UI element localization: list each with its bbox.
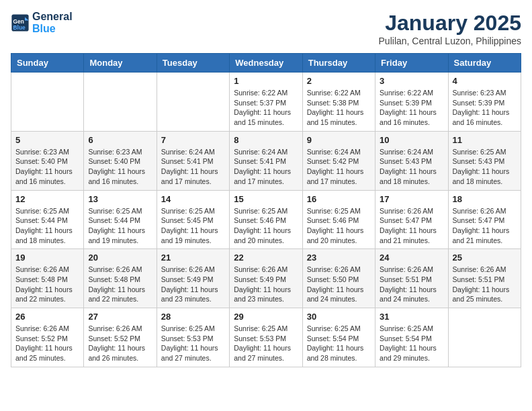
- day-info: Sunrise: 6:25 AMSunset: 5:53 PMDaylight:…: [234, 324, 298, 363]
- day-number: 29: [234, 312, 298, 322]
- day-number: 2: [307, 76, 371, 86]
- day-number: 15: [234, 194, 298, 204]
- calendar-cell: 1Sunrise: 6:22 AMSunset: 5:37 PMDaylight…: [230, 73, 302, 132]
- logo: Gen Blue General Blue: [11, 11, 73, 35]
- day-info: Sunrise: 6:25 AMSunset: 5:43 PMDaylight:…: [453, 147, 517, 187]
- day-number: 10: [380, 135, 443, 145]
- calendar-cell: 28Sunrise: 6:25 AMSunset: 5:53 PMDayligh…: [157, 308, 229, 367]
- calendar-week-row: 26Sunrise: 6:26 AMSunset: 5:52 PMDayligh…: [11, 308, 521, 367]
- day-info: Sunrise: 6:26 AMSunset: 5:52 PMDaylight:…: [88, 324, 152, 363]
- day-number: 21: [161, 253, 225, 263]
- calendar-cell: 19Sunrise: 6:26 AMSunset: 5:48 PMDayligh…: [11, 249, 84, 308]
- day-number: 25: [453, 253, 517, 263]
- day-info: Sunrise: 6:26 AMSunset: 5:47 PMDaylight:…: [453, 206, 517, 246]
- logo-icon: Gen Blue: [11, 13, 30, 32]
- day-number: 5: [15, 135, 79, 145]
- day-number: 9: [307, 135, 371, 145]
- calendar-cell: 24Sunrise: 6:26 AMSunset: 5:51 PMDayligh…: [375, 249, 448, 308]
- weekday-header-monday: Monday: [84, 54, 157, 73]
- weekday-header-tuesday: Tuesday: [157, 54, 229, 73]
- day-info: Sunrise: 6:26 AMSunset: 5:47 PMDaylight:…: [380, 206, 443, 246]
- day-info: Sunrise: 6:25 AMSunset: 5:53 PMDaylight:…: [161, 324, 225, 363]
- day-info: Sunrise: 6:26 AMSunset: 5:50 PMDaylight:…: [307, 265, 371, 304]
- day-info: Sunrise: 6:23 AMSunset: 5:40 PMDaylight:…: [15, 147, 79, 187]
- location-title: Pulilan, Central Luzon, Philippines: [379, 36, 521, 46]
- day-number: 8: [234, 135, 298, 145]
- calendar-cell: [11, 73, 84, 132]
- calendar-cell: 26Sunrise: 6:26 AMSunset: 5:52 PMDayligh…: [11, 308, 84, 367]
- day-number: 14: [161, 194, 225, 204]
- calendar-cell: 16Sunrise: 6:25 AMSunset: 5:46 PMDayligh…: [302, 190, 375, 249]
- day-info: Sunrise: 6:25 AMSunset: 5:45 PMDaylight:…: [161, 206, 225, 246]
- day-info: Sunrise: 6:25 AMSunset: 5:46 PMDaylight:…: [234, 206, 298, 246]
- day-number: 12: [15, 194, 79, 204]
- day-number: 13: [88, 194, 152, 204]
- calendar-cell: 18Sunrise: 6:26 AMSunset: 5:47 PMDayligh…: [448, 190, 521, 249]
- day-info: Sunrise: 6:24 AMSunset: 5:42 PMDaylight:…: [307, 147, 371, 187]
- day-number: 28: [161, 312, 225, 322]
- calendar-cell: 22Sunrise: 6:26 AMSunset: 5:49 PMDayligh…: [230, 249, 302, 308]
- weekday-header-saturday: Saturday: [448, 54, 521, 73]
- calendar-cell: 27Sunrise: 6:26 AMSunset: 5:52 PMDayligh…: [84, 308, 157, 367]
- day-number: 23: [307, 253, 371, 263]
- day-number: 16: [307, 194, 371, 204]
- day-info: Sunrise: 6:24 AMSunset: 5:41 PMDaylight:…: [161, 147, 225, 187]
- day-info: Sunrise: 6:26 AMSunset: 5:51 PMDaylight:…: [380, 265, 443, 304]
- day-info: Sunrise: 6:23 AMSunset: 5:40 PMDaylight:…: [88, 147, 152, 187]
- calendar-cell: 21Sunrise: 6:26 AMSunset: 5:49 PMDayligh…: [157, 249, 229, 308]
- calendar-cell: 15Sunrise: 6:25 AMSunset: 5:46 PMDayligh…: [230, 190, 302, 249]
- calendar-cell: 29Sunrise: 6:25 AMSunset: 5:53 PMDayligh…: [230, 308, 302, 367]
- day-number: 3: [380, 76, 443, 86]
- weekday-header-friday: Friday: [375, 54, 448, 73]
- calendar-cell: 5Sunrise: 6:23 AMSunset: 5:40 PMDaylight…: [11, 131, 84, 190]
- calendar-cell: 8Sunrise: 6:24 AMSunset: 5:41 PMDaylight…: [230, 131, 302, 190]
- day-info: Sunrise: 6:23 AMSunset: 5:39 PMDaylight:…: [453, 88, 517, 128]
- calendar-cell: 30Sunrise: 6:25 AMSunset: 5:54 PMDayligh…: [302, 308, 375, 367]
- day-info: Sunrise: 6:22 AMSunset: 5:38 PMDaylight:…: [307, 88, 371, 128]
- calendar-cell: 9Sunrise: 6:24 AMSunset: 5:42 PMDaylight…: [302, 131, 375, 190]
- day-info: Sunrise: 6:25 AMSunset: 5:46 PMDaylight:…: [307, 206, 371, 246]
- calendar-cell: [84, 73, 157, 132]
- month-title: January 2025: [379, 11, 521, 36]
- day-number: 17: [380, 194, 443, 204]
- calendar-table: SundayMondayTuesdayWednesdayThursdayFrid…: [11, 53, 521, 367]
- calendar-cell: 14Sunrise: 6:25 AMSunset: 5:45 PMDayligh…: [157, 190, 229, 249]
- day-info: Sunrise: 6:26 AMSunset: 5:49 PMDaylight:…: [234, 265, 298, 304]
- weekday-header-wednesday: Wednesday: [230, 54, 302, 73]
- day-number: 22: [234, 253, 298, 263]
- day-number: 4: [453, 76, 517, 86]
- calendar-cell: 25Sunrise: 6:26 AMSunset: 5:51 PMDayligh…: [448, 249, 521, 308]
- calendar-cell: 10Sunrise: 6:24 AMSunset: 5:43 PMDayligh…: [375, 131, 448, 190]
- day-info: Sunrise: 6:26 AMSunset: 5:52 PMDaylight:…: [15, 324, 79, 363]
- weekday-header-row: SundayMondayTuesdayWednesdayThursdayFrid…: [11, 54, 521, 73]
- calendar-cell: 17Sunrise: 6:26 AMSunset: 5:47 PMDayligh…: [375, 190, 448, 249]
- day-number: 20: [88, 253, 152, 263]
- calendar-cell: 3Sunrise: 6:22 AMSunset: 5:39 PMDaylight…: [375, 73, 448, 132]
- page-header: Gen Blue General Blue January 2025 Pulil…: [11, 11, 521, 46]
- day-info: Sunrise: 6:24 AMSunset: 5:43 PMDaylight:…: [380, 147, 443, 187]
- weekday-header-sunday: Sunday: [11, 54, 84, 73]
- day-number: 24: [380, 253, 443, 263]
- calendar-cell: 2Sunrise: 6:22 AMSunset: 5:38 PMDaylight…: [302, 73, 375, 132]
- day-number: 19: [15, 253, 79, 263]
- day-number: 27: [88, 312, 152, 322]
- calendar-cell: 12Sunrise: 6:25 AMSunset: 5:44 PMDayligh…: [11, 190, 84, 249]
- svg-text:Blue: Blue: [13, 24, 26, 31]
- logo-text: General Blue: [32, 11, 73, 35]
- day-number: 7: [161, 135, 225, 145]
- day-info: Sunrise: 6:25 AMSunset: 5:54 PMDaylight:…: [307, 324, 371, 363]
- day-info: Sunrise: 6:24 AMSunset: 5:41 PMDaylight:…: [234, 147, 298, 187]
- calendar-week-row: 5Sunrise: 6:23 AMSunset: 5:40 PMDaylight…: [11, 131, 521, 190]
- day-number: 30: [307, 312, 371, 322]
- day-info: Sunrise: 6:26 AMSunset: 5:48 PMDaylight:…: [15, 265, 79, 304]
- day-info: Sunrise: 6:25 AMSunset: 5:44 PMDaylight:…: [15, 206, 79, 246]
- day-info: Sunrise: 6:26 AMSunset: 5:49 PMDaylight:…: [161, 265, 225, 304]
- calendar-cell: [448, 308, 521, 367]
- day-number: 26: [15, 312, 79, 322]
- day-number: 31: [380, 312, 443, 322]
- day-info: Sunrise: 6:25 AMSunset: 5:54 PMDaylight:…: [380, 324, 443, 363]
- day-info: Sunrise: 6:26 AMSunset: 5:51 PMDaylight:…: [453, 265, 517, 304]
- calendar-cell: 11Sunrise: 6:25 AMSunset: 5:43 PMDayligh…: [448, 131, 521, 190]
- calendar-week-row: 19Sunrise: 6:26 AMSunset: 5:48 PMDayligh…: [11, 249, 521, 308]
- calendar-cell: 4Sunrise: 6:23 AMSunset: 5:39 PMDaylight…: [448, 73, 521, 132]
